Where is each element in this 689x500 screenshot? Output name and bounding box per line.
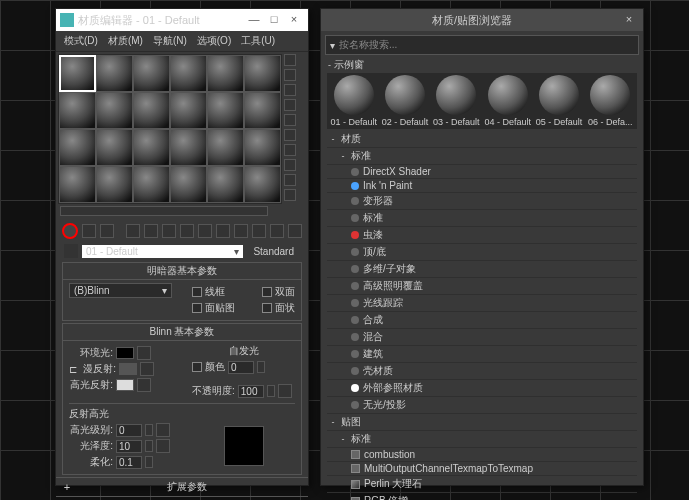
tree-entry[interactable]: 顶/底 [327,244,637,261]
tree-entry[interactable]: 混合 [327,329,637,346]
material-slot[interactable] [170,92,207,129]
map-slot-icon[interactable] [137,346,151,360]
material-slot[interactable] [207,166,244,203]
material-slot[interactable] [244,92,281,129]
spec-level-value[interactable]: 0 [116,424,142,437]
material-slot[interactable] [133,166,170,203]
menu-options[interactable]: 选项(O) [197,34,231,48]
slot-scrollbar[interactable] [60,206,268,216]
tree-subcategory[interactable]: -标准 [327,148,637,165]
side-tool-icon[interactable] [284,54,296,66]
material-slot[interactable] [244,55,281,92]
material-slot[interactable] [133,129,170,166]
sample-thumb[interactable]: 01 - Default [329,75,378,127]
tree-entry[interactable]: 变形器 [327,193,637,210]
tree-entry[interactable]: Ink 'n Paint [327,179,637,193]
menu-tools[interactable]: 工具(U) [241,34,275,48]
specular-swatch[interactable] [116,379,134,391]
browser-titlebar[interactable]: 材质/贴图浏览器 × [321,9,643,31]
selfillum-checkbox[interactable] [192,362,202,372]
side-tool-icon[interactable] [284,99,296,111]
twosided-checkbox[interactable] [262,287,272,297]
tree-category[interactable]: -材质 [327,131,637,148]
map-slot-icon[interactable] [278,384,292,398]
close-button[interactable]: × [284,12,304,28]
tool-icon[interactable] [216,224,230,238]
selfillum-value[interactable]: 0 [228,361,254,374]
sample-thumb[interactable]: 06 - Defa... [586,75,635,127]
tool-icon[interactable] [100,224,114,238]
tree-entry[interactable]: 虫漆 [327,227,637,244]
material-slot[interactable] [96,92,133,129]
tree-entry[interactable]: 壳材质 [327,363,637,380]
dropper-icon[interactable] [64,244,78,258]
spinner-icon[interactable] [145,456,153,468]
tree-entry[interactable]: Perlin 大理石 [327,476,637,493]
panel-header[interactable]: 明暗器基本参数 [63,263,301,280]
editor-titlebar[interactable]: 材质编辑器 - 01 - Default — □ × [56,9,308,31]
material-slot[interactable] [59,166,96,203]
material-slot[interactable] [133,55,170,92]
supersampling-rollout[interactable]: +超级采样 [56,496,308,500]
collapse-icon[interactable]: - [328,60,331,70]
spinner-icon[interactable] [267,385,275,397]
tool-icon[interactable] [144,224,158,238]
diffuse-swatch[interactable] [119,363,137,375]
material-slot[interactable] [59,55,96,92]
material-slot[interactable] [207,55,244,92]
tree-entry[interactable]: 无光/投影 [327,397,637,414]
map-slot-icon[interactable] [140,362,154,376]
material-slot[interactable] [96,55,133,92]
wire-checkbox[interactable] [192,287,202,297]
tree-entry[interactable]: MultiOutputChannelTexmapToTexmap [327,462,637,476]
tree-category[interactable]: -贴图 [327,414,637,431]
tool-icon[interactable] [198,224,212,238]
tool-icon[interactable] [162,224,176,238]
extended-params-rollout[interactable]: +扩展参数 [56,477,308,496]
side-tool-icon[interactable] [284,129,296,141]
side-tool-icon[interactable] [284,114,296,126]
tree-entry[interactable]: 建筑 [327,346,637,363]
spinner-icon[interactable] [145,424,153,436]
side-tool-icon[interactable] [284,84,296,96]
side-tool-icon[interactable] [284,174,296,186]
ambient-swatch[interactable] [116,347,134,359]
tree-entry[interactable]: 标准 [327,210,637,227]
side-tool-icon[interactable] [284,144,296,156]
material-slot[interactable] [59,92,96,129]
tool-icon[interactable] [126,224,140,238]
faceted-checkbox[interactable] [262,303,272,313]
shader-select[interactable]: (B)Blinn▾ [69,283,172,298]
tree-entry[interactable]: combustion [327,448,637,462]
tool-icon[interactable] [252,224,266,238]
material-slot[interactable] [96,129,133,166]
map-slot-icon[interactable] [156,439,170,453]
sample-thumb[interactable]: 05 - Default [534,75,583,127]
tree-entry[interactable]: 高级照明覆盖 [327,278,637,295]
sample-thumb[interactable]: 04 - Default [483,75,532,127]
material-slot[interactable] [207,129,244,166]
menu-mode[interactable]: 模式(D) [64,34,98,48]
material-slot[interactable] [207,92,244,129]
tree-entry[interactable]: 多维/子对象 [327,261,637,278]
material-slot[interactable] [244,129,281,166]
sample-thumb[interactable]: 02 - Default [380,75,429,127]
get-material-button[interactable] [62,223,78,239]
side-tool-icon[interactable] [284,69,296,81]
material-slot[interactable] [170,166,207,203]
tool-icon[interactable] [234,224,248,238]
close-button[interactable]: × [619,12,639,28]
menu-navigate[interactable]: 导航(N) [153,34,187,48]
side-tool-icon[interactable] [284,189,296,201]
opacity-value[interactable]: 100 [238,385,264,398]
tool-icon[interactable] [82,224,96,238]
tree-entry[interactable]: DirectX Shader [327,165,637,179]
tree-subcategory[interactable]: -标准 [327,431,637,448]
tree-entry[interactable]: 合成 [327,312,637,329]
soften-value[interactable]: 0.1 [116,456,142,469]
tree-entry[interactable]: 光线跟踪 [327,295,637,312]
menu-material[interactable]: 材质(M) [108,34,143,48]
map-slot-icon[interactable] [137,378,151,392]
material-slot[interactable] [170,55,207,92]
material-slot[interactable] [59,129,96,166]
